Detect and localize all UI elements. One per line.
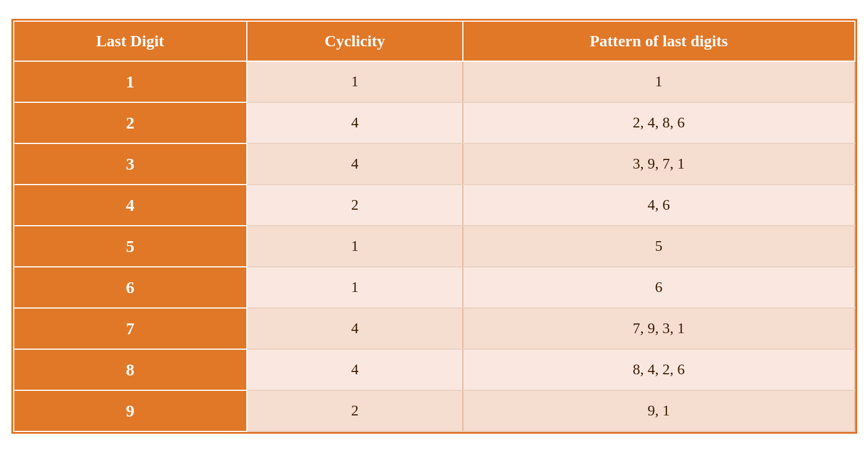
cell-pattern: 6 [463, 267, 854, 308]
cell-cyclicity: 2 [247, 185, 463, 226]
table-row: 929, 1 [14, 390, 855, 431]
cell-last-digit: 4 [14, 185, 247, 226]
cell-last-digit: 7 [14, 308, 247, 349]
cell-pattern: 4, 6 [463, 185, 854, 226]
table-row: 515 [14, 226, 855, 267]
header-pattern: Pattern of last digits [463, 21, 854, 61]
table-row: 424, 6 [14, 185, 855, 226]
cell-cyclicity: 4 [247, 102, 463, 143]
table-row: 747, 9, 3, 1 [14, 308, 855, 349]
table-row: 242, 4, 8, 6 [14, 102, 855, 143]
cell-cyclicity: 2 [247, 390, 463, 431]
cell-cyclicity: 4 [247, 349, 463, 390]
table-row: 343, 9, 7, 1 [14, 143, 855, 185]
cell-cyclicity: 1 [247, 267, 463, 308]
cell-pattern: 9, 1 [463, 390, 854, 431]
header-last-digit: Last Digit [14, 21, 247, 61]
cell-pattern: 3, 9, 7, 1 [463, 143, 854, 185]
cell-pattern: 5 [463, 226, 854, 267]
cell-cyclicity: 1 [247, 226, 463, 267]
table-row: 848, 4, 2, 6 [14, 349, 855, 390]
header-cyclicity: Cyclicity [247, 21, 463, 61]
cell-cyclicity: 4 [247, 143, 463, 185]
table-row: 616 [14, 267, 855, 308]
cell-pattern: 1 [463, 61, 854, 102]
cell-pattern: 2, 4, 8, 6 [463, 102, 854, 143]
cell-last-digit: 8 [14, 349, 247, 390]
table-row: 111 [14, 61, 855, 102]
cell-last-digit: 2 [14, 102, 247, 143]
cell-last-digit: 3 [14, 143, 247, 185]
cell-last-digit: 1 [14, 61, 247, 102]
cell-last-digit: 6 [14, 267, 247, 308]
cell-last-digit: 5 [14, 226, 247, 267]
cell-pattern: 8, 4, 2, 6 [463, 349, 854, 390]
cell-cyclicity: 4 [247, 308, 463, 349]
cyclicity-table: Last Digit Cyclicity Pattern of last dig… [13, 21, 855, 432]
main-table-container: Last Digit Cyclicity Pattern of last dig… [11, 19, 857, 434]
header-row: Last Digit Cyclicity Pattern of last dig… [14, 21, 855, 61]
cell-last-digit: 9 [14, 390, 247, 431]
cell-cyclicity: 1 [247, 61, 463, 102]
cell-pattern: 7, 9, 3, 1 [463, 308, 854, 349]
